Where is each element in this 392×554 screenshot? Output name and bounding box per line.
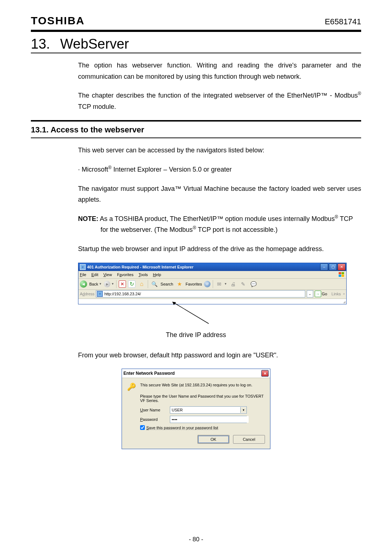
menu-favorites[interactable]: Favorites bbox=[117, 272, 133, 277]
address-label: Address bbox=[80, 292, 94, 296]
password-input[interactable] bbox=[170, 416, 247, 423]
menu-bar: File Edit View Favorites Tools Help bbox=[78, 271, 346, 279]
back-label: Back bbox=[89, 282, 98, 286]
mail-button[interactable]: ✉ bbox=[215, 280, 223, 288]
callout-arrow bbox=[78, 304, 347, 330]
ie-app-icon: e bbox=[80, 264, 86, 270]
note-block: NOTE: As a TOSHIBA product, The EtherNet… bbox=[78, 213, 361, 235]
menu-tools[interactable]: Tools bbox=[139, 272, 148, 277]
h1-number: 13. bbox=[31, 36, 50, 52]
menu-edit[interactable]: Edit bbox=[91, 272, 98, 277]
cancel-button[interactable]: Cancel bbox=[233, 435, 265, 444]
separator bbox=[116, 280, 117, 288]
resize-grip-icon[interactable]: ◢ bbox=[343, 300, 346, 304]
dialog-message: This secure Web Site (at 192.168.23.24) … bbox=[140, 382, 265, 388]
bullet-item: · Microsoft® Internet Explorer – Version… bbox=[78, 164, 361, 175]
stop-button[interactable]: ✕ bbox=[119, 280, 126, 288]
paragraph: Startup the web browser and input IP add… bbox=[78, 243, 361, 255]
username-input[interactable]: ▼ bbox=[170, 406, 247, 414]
toolbar: ◄ Back ▼ ► ▼ ✕ ↻ ⌂ 🔍 Search ★ Favorites … bbox=[78, 279, 346, 290]
discuss-button[interactable]: 💬 bbox=[249, 280, 257, 288]
registered-mark: ® bbox=[358, 91, 361, 96]
address-dropdown[interactable]: ⌄ bbox=[307, 290, 313, 297]
ok-button[interactable]: OK bbox=[197, 435, 229, 444]
paragraph: The navigator must support Java™ Virtual… bbox=[78, 183, 361, 205]
history-button[interactable]: ↺ bbox=[204, 281, 211, 287]
save-password-label[interactable]: Save this password in your password list bbox=[146, 426, 218, 430]
go-button[interactable]: → Go bbox=[315, 291, 327, 297]
address-bar: Address e http://192.168.23.24/ ⌄ → Go L… bbox=[78, 290, 346, 299]
browser-window: e 401 Authorization Required - Microsoft… bbox=[78, 263, 347, 304]
forward-dropdown[interactable]: ▼ bbox=[111, 282, 114, 286]
mail-dropdown[interactable]: ▼ bbox=[224, 282, 227, 286]
paragraph: This web server can be accessed by the n… bbox=[78, 145, 361, 156]
doc-number: E6581741 bbox=[325, 17, 361, 26]
dialog-close-button[interactable]: ✕ bbox=[261, 370, 269, 377]
dialog-title: Enter Network Password bbox=[123, 371, 175, 376]
save-password-checkbox[interactable] bbox=[140, 425, 145, 430]
menu-file[interactable]: File bbox=[80, 272, 86, 277]
address-input[interactable]: e http://192.168.23.24/ bbox=[96, 290, 305, 297]
favorites-label: Favorites bbox=[185, 282, 202, 286]
menu-help[interactable]: Help bbox=[153, 272, 161, 277]
forward-button[interactable]: ► bbox=[104, 281, 110, 287]
back-button[interactable]: ◄ bbox=[80, 280, 87, 288]
home-button[interactable]: ⌂ bbox=[138, 280, 146, 288]
paragraph: The chapter describes the function of th… bbox=[78, 90, 361, 112]
refresh-button[interactable]: ↻ bbox=[128, 280, 135, 288]
go-icon: → bbox=[315, 291, 321, 297]
username-field[interactable] bbox=[170, 407, 240, 413]
windows-flag-icon bbox=[338, 272, 345, 278]
divider bbox=[31, 138, 361, 138]
search-label: Search bbox=[160, 282, 173, 286]
window-title: 401 Authorization Required - Microsoft I… bbox=[87, 265, 320, 269]
paragraph: From your web browser, default http pass… bbox=[78, 350, 361, 361]
key-icon: 🔑 bbox=[127, 382, 138, 391]
links-chevron-icon[interactable]: » bbox=[343, 292, 345, 296]
minimize-button[interactable]: – bbox=[320, 263, 328, 271]
password-field[interactable] bbox=[170, 416, 249, 423]
url-text: http://192.168.23.24/ bbox=[104, 292, 141, 296]
edit-button[interactable]: ✎ bbox=[239, 280, 247, 288]
registered-mark: ® bbox=[108, 165, 111, 170]
back-dropdown[interactable]: ▼ bbox=[99, 282, 102, 286]
h2-title: 13.1. Access to the webserver bbox=[31, 125, 361, 135]
menu-view[interactable]: View bbox=[103, 272, 112, 277]
links-label[interactable]: Links bbox=[331, 292, 341, 296]
page-number: - 80 - bbox=[0, 536, 392, 543]
favorites-icon[interactable]: ★ bbox=[175, 280, 183, 288]
username-dropdown[interactable]: ▼ bbox=[240, 407, 246, 413]
figure-caption: The drive IP address bbox=[31, 331, 361, 339]
maximize-button[interactable]: ▢ bbox=[329, 263, 337, 271]
h1-title: WebServer bbox=[60, 36, 129, 52]
username-label: User Name bbox=[140, 408, 166, 412]
divider bbox=[31, 120, 361, 122]
window-titlebar[interactable]: e 401 Authorization Required - Microsoft… bbox=[78, 263, 346, 271]
note-label: NOTE: bbox=[78, 215, 98, 222]
brand-logo-text: TOSHIBA bbox=[31, 15, 85, 27]
login-dialog: Enter Network Password ✕ 🔑 This secure W… bbox=[122, 369, 270, 449]
password-label: Password bbox=[140, 417, 166, 422]
divider bbox=[31, 30, 361, 32]
separator bbox=[148, 280, 148, 288]
print-button[interactable]: 🖨 bbox=[229, 280, 237, 288]
svg-line-0 bbox=[172, 302, 209, 324]
divider bbox=[31, 53, 361, 53]
dialog-titlebar[interactable]: Enter Network Password ✕ bbox=[122, 369, 270, 378]
paragraph: The option has webserver function. Writi… bbox=[78, 60, 361, 82]
search-icon[interactable]: 🔍 bbox=[150, 280, 158, 288]
close-button[interactable]: ✕ bbox=[338, 263, 346, 271]
separator bbox=[213, 280, 213, 288]
page-icon: e bbox=[97, 291, 103, 297]
dialog-message-2: Please type the User Name and Password t… bbox=[140, 394, 265, 403]
